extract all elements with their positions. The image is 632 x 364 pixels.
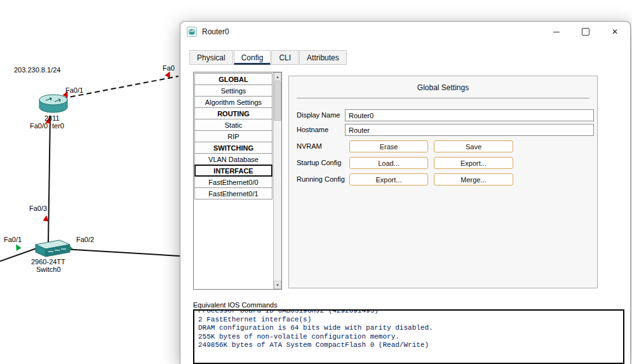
link-router-switch[interactable] — [48, 116, 50, 242]
save-button[interactable]: Save — [434, 140, 513, 152]
hostname-input[interactable] — [345, 124, 594, 136]
display-name-input[interactable] — [345, 109, 594, 121]
router-port-down-label: Fa0/0 — [30, 122, 48, 130]
tab-attributes[interactable]: Attributes — [299, 50, 347, 65]
config-nav: GLOBAL Settings Algorithm Settings ROUTI… — [193, 72, 282, 290]
nav-scrollbar[interactable]: ▲ ▼ — [273, 72, 281, 289]
switch-port-right-label: Fa0/2 — [76, 236, 94, 243]
sidebar-item-settings[interactable]: Settings — [194, 84, 272, 97]
hostname-label: Hostname — [297, 126, 328, 133]
sidebar-item-algorithm-settings[interactable]: Algorithm Settings — [194, 96, 272, 108]
router-icon[interactable] — [39, 95, 67, 112]
sidebar-item-rip[interactable]: RIP — [194, 130, 272, 142]
scroll-thumb[interactable] — [274, 81, 281, 121]
tab-config[interactable]: Config — [234, 50, 271, 65]
sidebar-item-switching[interactable]: SWITCHING — [194, 142, 272, 154]
sidebar-item-static[interactable]: Static — [194, 119, 272, 131]
app-icon — [187, 27, 197, 37]
titlebar[interactable]: Router0 ✕ — [180, 22, 630, 42]
switch-port-left-label: Fa0/1 — [4, 236, 22, 243]
sidebar-item-fastethernet0-1[interactable]: FastEthernet0/1 — [194, 187, 272, 199]
load-button[interactable]: Load... — [349, 157, 428, 169]
close-icon: ✕ — [612, 27, 618, 36]
close-button[interactable]: ✕ — [600, 22, 629, 42]
ios-line: Processor board ID 0AB0319GHJ2 (42920914… — [198, 309, 619, 316]
config-nav-list: GLOBAL Settings Algorithm Settings ROUTI… — [194, 72, 273, 289]
window-controls: ✕ — [542, 22, 629, 42]
ios-line: 255K bytes of non-volatile configuration… — [198, 333, 619, 342]
sidebar-item-fastethernet0-0[interactable]: FastEthernet0/0 — [194, 176, 272, 188]
sidebar-item-global[interactable]: GLOBAL — [194, 73, 272, 85]
sidebar-item-routing[interactable]: ROUTING — [194, 107, 272, 119]
erase-button[interactable]: Erase — [349, 140, 428, 152]
link-status-up-icon — [13, 243, 21, 250]
ios-line: 2 FastEthernet interface(s) — [198, 316, 619, 325]
nvram-label: NVRAM — [297, 142, 322, 150]
router-name-label: ter0 — [52, 122, 64, 130]
export-startup-button[interactable]: Export... — [434, 157, 513, 169]
global-settings-panel: Global Settings Display Name Hostname NV… — [288, 76, 598, 288]
export-running-button[interactable]: Export... — [349, 173, 428, 185]
maximize-icon — [582, 28, 589, 36]
startup-config-label: Startup Config — [297, 159, 341, 166]
link-switch-right[interactable] — [64, 249, 191, 257]
scroll-up-icon[interactable]: ▲ — [274, 72, 281, 81]
panel-title: Global Settings — [289, 83, 597, 92]
minimize-button[interactable] — [542, 22, 571, 42]
switch-icon[interactable] — [36, 240, 70, 257]
router-port-up-label: Fa0/1 — [65, 86, 83, 94]
sidebar-item-vlan-database[interactable]: VLAN Database — [194, 153, 272, 165]
router-model-label: 2811 — [44, 114, 60, 122]
minimize-icon — [553, 32, 560, 32]
tab-bar: Physical Config CLI Attributes — [189, 50, 347, 65]
window-title: Router0 — [202, 27, 229, 36]
maximize-button[interactable] — [571, 22, 600, 42]
running-config-label: Running Config — [297, 175, 345, 183]
display-name-label: Display Name — [297, 111, 340, 119]
panel-divider — [297, 98, 589, 98]
subnet-label: 203.230.8.1/24 — [14, 66, 60, 74]
switch-model-label: 2960-24TT — [31, 258, 65, 266]
sidebar-item-interface[interactable]: INTERFACE — [194, 165, 272, 177]
ios-commands-label: Equivalent IOS Commands — [193, 301, 278, 309]
tab-physical[interactable]: Physical — [189, 50, 233, 65]
switch-name-label: Switch0 — [36, 266, 61, 273]
ios-line: 249856K bytes of ATA System CompactFlash… — [198, 341, 619, 350]
scroll-down-icon[interactable]: ▼ — [274, 281, 281, 289]
merge-button[interactable]: Merge... — [434, 173, 513, 185]
router0-window: Router0 ✕ Physical Config CLI Attributes… — [180, 21, 631, 364]
ios-commands-box[interactable]: Processor board ID 0AB0319GHJ2 (42920914… — [193, 309, 624, 364]
remote-port-label: Fa0 — [163, 64, 175, 72]
ios-line: DRAM configuration is 64 bits wide with … — [198, 324, 619, 333]
tab-cli[interactable]: CLI — [271, 50, 299, 65]
switch-port-up-label: Fa0/3 — [29, 205, 47, 212]
